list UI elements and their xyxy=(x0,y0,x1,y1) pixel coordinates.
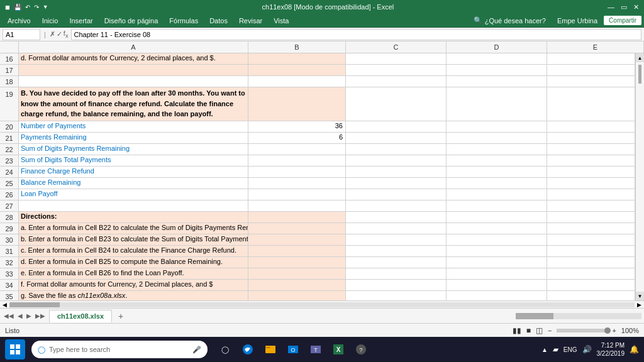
cell-e35[interactable] xyxy=(547,291,635,300)
cell-a29[interactable]: a. Enter a formula in Cell B22 to calcul… xyxy=(19,223,248,234)
keyboard-icon[interactable]: ▰ xyxy=(553,345,558,354)
cell-c29[interactable] xyxy=(346,223,447,234)
col-header-d[interactable]: D xyxy=(447,41,547,53)
cell-b35[interactable] xyxy=(248,291,346,300)
menu-formulas[interactable]: Fórmulas xyxy=(164,16,203,26)
outlook-icon[interactable]: O xyxy=(283,339,303,359)
unknown-icon[interactable]: ? xyxy=(351,339,371,359)
cell-a34[interactable]: f. Format dollar amounts for Currency, 2… xyxy=(19,280,248,291)
excel-taskbar-icon[interactable]: X xyxy=(328,339,348,359)
cell-a17[interactable] xyxy=(19,65,248,76)
scroll-track-v[interactable] xyxy=(636,62,644,292)
cell-b30[interactable] xyxy=(248,234,346,246)
menu-insertar[interactable]: Insertar xyxy=(64,16,97,26)
cell-c25[interactable] xyxy=(346,178,447,189)
cell-b29[interactable] xyxy=(248,223,346,234)
cell-a23[interactable]: Sum of Digits Total Payments xyxy=(19,155,248,167)
cell-b24[interactable] xyxy=(248,167,346,178)
cell-a22[interactable]: Sum of Digits Payments Remaining xyxy=(19,144,248,155)
tab-scroll-thumb[interactable] xyxy=(516,313,553,319)
cell-c30[interactable] xyxy=(346,234,447,246)
cell-b32[interactable] xyxy=(248,257,346,268)
cell-d25[interactable] xyxy=(447,178,547,189)
vertical-scrollbar[interactable]: ▲ ▼ xyxy=(635,53,644,300)
cell-e25[interactable] xyxy=(547,178,635,189)
cell-a31[interactable]: c. Enter a formula in Cell B24 to calcul… xyxy=(19,246,248,257)
cell-a20[interactable]: Number of Payments xyxy=(19,121,248,133)
explorer-icon[interactable] xyxy=(260,339,280,359)
cell-b20[interactable]: 36 xyxy=(248,121,346,133)
cell-d31[interactable] xyxy=(447,246,547,257)
cell-e34[interactable] xyxy=(547,280,635,291)
cell-b19[interactable] xyxy=(248,87,346,121)
cell-c20[interactable] xyxy=(346,121,447,133)
notification-icon[interactable]: 🔔 xyxy=(630,345,639,354)
menu-archivo[interactable]: Archivo xyxy=(3,16,36,26)
cell-a24[interactable]: Finance Charge Refund xyxy=(19,167,248,178)
cell-d20[interactable] xyxy=(447,121,547,133)
task-view-btn[interactable]: ◯ xyxy=(215,339,235,359)
cell-b33[interactable] xyxy=(248,268,346,280)
cell-b21[interactable]: 6 xyxy=(248,133,346,144)
view-normal-btn[interactable]: ▮▮ xyxy=(513,326,521,335)
tab-scroll-track[interactable] xyxy=(516,313,641,319)
sheet-nav-last[interactable]: ▶▶ xyxy=(34,311,47,321)
cell-e18[interactable] xyxy=(547,76,635,87)
cell-e30[interactable] xyxy=(547,234,635,246)
cell-a30[interactable]: b. Enter a formula in Cell B23 to calcul… xyxy=(19,234,248,246)
zoom-in-btn[interactable]: + xyxy=(612,327,616,334)
menu-inicio[interactable]: Inicio xyxy=(37,16,64,26)
cell-d29[interactable] xyxy=(447,223,547,234)
cell-e17[interactable] xyxy=(547,65,635,76)
confirm-formula-icon[interactable]: ✓ xyxy=(57,30,62,38)
minimize-btn[interactable]: — xyxy=(608,3,614,11)
cell-a19[interactable]: B. You have decided to pay off the loan … xyxy=(19,87,248,121)
cell-e27[interactable] xyxy=(547,200,635,212)
cell-e23[interactable] xyxy=(547,155,635,167)
cell-c21[interactable] xyxy=(346,133,447,144)
view-layout-btn[interactable]: ■ xyxy=(526,326,531,335)
h-scroll-thumb[interactable] xyxy=(9,302,60,307)
cell-d19[interactable] xyxy=(447,87,547,121)
cell-e20[interactable] xyxy=(547,121,635,133)
speaker-icon[interactable]: 🔊 xyxy=(582,345,592,354)
help-search[interactable]: 🔍 ¿Qué desea hacer? xyxy=(469,16,551,25)
menu-datos[interactable]: Datos xyxy=(204,16,233,26)
cell-c24[interactable] xyxy=(346,167,447,178)
system-clock[interactable]: 7:12 PM 3/22/2019 xyxy=(597,341,625,358)
taskbar-search-box[interactable]: ◯ Type here to search 🎤 xyxy=(31,341,208,358)
cell-b27[interactable] xyxy=(248,200,346,212)
cell-b31[interactable] xyxy=(248,246,346,257)
col-header-a[interactable]: A xyxy=(19,41,248,53)
scroll-right-btn[interactable]: ▶ xyxy=(635,302,644,308)
cell-d33[interactable] xyxy=(447,268,547,280)
cell-e19[interactable] xyxy=(547,87,635,121)
cell-b23[interactable] xyxy=(248,155,346,167)
h-scroll-track[interactable] xyxy=(9,302,635,307)
cancel-formula-icon[interactable]: ✗ xyxy=(50,30,55,38)
cell-c18[interactable] xyxy=(346,76,447,87)
cell-d27[interactable] xyxy=(447,200,547,212)
cell-a35[interactable]: g. Save the file as ch11ex08a.xlsx. xyxy=(19,291,248,300)
cell-c28[interactable] xyxy=(346,212,447,223)
cell-a33[interactable]: e. Enter a formula in Cell B26 to find t… xyxy=(19,268,248,280)
cell-d28[interactable] xyxy=(447,212,547,223)
cell-d32[interactable] xyxy=(447,257,547,268)
cell-d35[interactable] xyxy=(447,291,547,300)
cell-d22[interactable] xyxy=(447,144,547,155)
col-header-c[interactable]: C xyxy=(346,41,447,53)
view-page-btn[interactable]: ◫ xyxy=(536,326,543,335)
cell-a25[interactable]: Balance Remaining xyxy=(19,178,248,189)
cell-d26[interactable] xyxy=(447,189,547,200)
cell-b34[interactable] xyxy=(248,280,346,291)
cell-d16[interactable] xyxy=(447,53,547,65)
zoom-slider[interactable] xyxy=(557,329,607,332)
menu-vista[interactable]: Vista xyxy=(269,16,294,26)
cell-b25[interactable] xyxy=(248,178,346,189)
cell-e29[interactable] xyxy=(547,223,635,234)
quick-save[interactable]: 💾 xyxy=(14,4,21,11)
cell-c32[interactable] xyxy=(346,257,447,268)
cell-b28[interactable] xyxy=(248,212,346,223)
cell-c27[interactable] xyxy=(346,200,447,212)
cell-e33[interactable] xyxy=(547,268,635,280)
